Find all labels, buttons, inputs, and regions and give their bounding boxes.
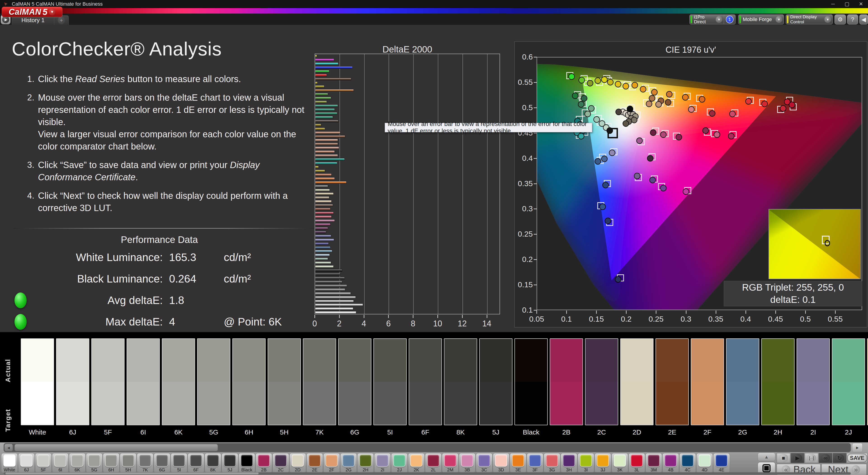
read-series-mode-button[interactable]: [··] <box>805 453 818 463</box>
deltae-error-bar[interactable] <box>315 223 331 226</box>
close-button[interactable]: ✕ <box>854 0 868 8</box>
scrollbar-thumb[interactable] <box>14 444 218 451</box>
deltae-error-bar[interactable] <box>315 78 351 80</box>
deltae-error-bar[interactable] <box>315 285 347 287</box>
swatch-button-4c[interactable]: 4C <box>679 453 696 473</box>
swatch-button-6i[interactable]: 6I <box>52 453 69 473</box>
deltae-error-bar[interactable] <box>315 227 328 230</box>
swatch-button-6j[interactable]: 6J <box>18 453 35 473</box>
deltae-error-bar[interactable] <box>315 139 338 141</box>
deltae-error-bar[interactable] <box>315 300 354 302</box>
swatch-button-3h[interactable]: 3H <box>561 453 577 473</box>
deltae-error-bar[interactable] <box>315 219 335 222</box>
deltae-error-bar[interactable] <box>315 239 334 241</box>
deltae-error-bar[interactable] <box>315 185 328 187</box>
deltae-error-bar[interactable] <box>315 258 328 260</box>
deltae-error-bar[interactable] <box>315 59 334 61</box>
deltae-error-bar[interactable] <box>315 55 317 57</box>
deltae-error-bar[interactable] <box>315 269 342 272</box>
deltae-error-bar[interactable] <box>315 303 363 306</box>
deltae-error-bar[interactable] <box>315 273 340 275</box>
swatch-button-2k[interactable]: 2K <box>408 453 425 473</box>
comparator-column[interactable]: 8K <box>444 338 477 436</box>
swatch-button-6h[interactable]: 6H <box>103 453 120 473</box>
swatch-button-2m[interactable]: 2M <box>442 453 459 473</box>
deltae-error-bar[interactable] <box>315 85 324 88</box>
deltae-error-bar[interactable] <box>315 166 319 168</box>
deltae-error-bar[interactable] <box>315 97 331 99</box>
swatch-button-2h[interactable]: 2H <box>357 453 374 473</box>
swatch-button-3i[interactable]: 3I <box>578 453 594 473</box>
deltae-error-bar[interactable] <box>315 162 337 165</box>
swatch-button-3k[interactable]: 3K <box>612 453 628 473</box>
collapse-panel-button[interactable]: ◀ <box>860 14 868 24</box>
swatch-button-5g[interactable]: 5G <box>86 453 103 473</box>
swatch-button-2j[interactable]: 2J <box>391 453 408 473</box>
play-button[interactable]: ▶ <box>791 453 804 463</box>
comparator-column[interactable]: 5J <box>479 338 513 436</box>
deltae-error-bar[interactable] <box>315 250 332 253</box>
comparator-column[interactable]: 6I <box>127 338 160 436</box>
comparator-scrollbar[interactable] <box>4 472 851 475</box>
help-button[interactable]: ? <box>847 14 858 24</box>
comparator-column[interactable]: 2G <box>726 338 759 436</box>
deltae-error-bar[interactable] <box>315 124 321 126</box>
deltae-error-bar[interactable] <box>315 116 333 119</box>
deltae-error-bar[interactable] <box>315 265 334 268</box>
comparator-column[interactable]: 6H <box>232 338 266 436</box>
deltae-error-bar[interactable] <box>315 204 333 207</box>
comparator-column[interactable]: 2F <box>691 338 724 436</box>
comparator-column[interactable]: 6G <box>338 338 371 436</box>
swatch-button-5f[interactable]: 5F <box>35 453 52 473</box>
swatch-button-2b[interactable]: 2B <box>255 453 272 473</box>
deltae-error-bar[interactable] <box>315 231 326 233</box>
comparator-column[interactable]: 6J <box>56 338 89 436</box>
deltae-error-bar[interactable] <box>315 200 332 203</box>
swatch-button-3f[interactable]: 3F <box>527 453 544 473</box>
save-button[interactable]: SAVE <box>847 453 868 463</box>
minimize-button[interactable]: ─ <box>826 0 840 8</box>
swatch-button-3j[interactable]: 3J <box>594 453 611 473</box>
deltae-error-bar[interactable] <box>315 154 338 157</box>
deltae-error-bar[interactable] <box>315 112 337 115</box>
deltae-error-bar[interactable] <box>315 215 332 218</box>
swatch-button-3b[interactable]: 3B <box>459 453 475 473</box>
comparator-column[interactable]: 2H <box>761 338 795 436</box>
deltae-error-bar[interactable] <box>315 74 327 77</box>
comparator-column[interactable]: Black <box>515 338 548 436</box>
swatch-button-2e[interactable]: 2E <box>306 453 323 473</box>
swatch-button-3g[interactable]: 3G <box>544 453 560 473</box>
deltae-error-bar[interactable] <box>315 120 338 122</box>
deltae-error-bar[interactable] <box>315 147 339 149</box>
deltae-error-bar[interactable] <box>315 70 329 72</box>
deltae-error-bar[interactable] <box>315 174 332 176</box>
deltae-error-bar[interactable] <box>315 262 331 264</box>
deltae-error-bar[interactable] <box>315 277 345 279</box>
maximize-button[interactable]: ▢ <box>840 0 854 8</box>
swatch-button-3e[interactable]: 3E <box>510 453 526 473</box>
deltae-error-bar[interactable] <box>315 235 331 237</box>
deltae-error-bar[interactable] <box>315 254 330 256</box>
swatch-scrollbar[interactable]: ◂ <box>4 443 851 452</box>
comparator-column[interactable]: 7K <box>303 338 336 436</box>
swatch-button-2f[interactable]: 2F <box>323 453 340 473</box>
display-control-dropdown[interactable]: Direct Display Control ▼ <box>786 14 833 24</box>
scrollbar-thumb[interactable] <box>5 473 258 474</box>
swatch-button-6g[interactable]: 6G <box>154 453 170 473</box>
swatch-button-2i[interactable]: 2I <box>374 453 391 473</box>
meter-dropdown[interactable]: X-Rite i1ProDirect View ▼ 1 <box>689 14 736 24</box>
comparator-column[interactable]: White <box>21 338 54 436</box>
swatch-button-6f[interactable]: 6F <box>188 453 204 473</box>
deltae-error-bar[interactable] <box>315 212 334 214</box>
deltae-error-bar[interactable] <box>315 93 328 95</box>
swatch-button-2d[interactable]: 2D <box>289 453 306 473</box>
deltae-error-bar[interactable] <box>315 170 325 172</box>
settings-button[interactable]: ⚙ <box>835 14 846 24</box>
swatch-button-3l[interactable]: 3L <box>628 453 645 473</box>
swatch-button-2c[interactable]: 2C <box>272 453 289 473</box>
deltae-error-bar[interactable] <box>315 307 353 310</box>
deltae-error-bar[interactable] <box>315 288 345 291</box>
deltae-chart[interactable] <box>315 54 500 315</box>
comparator-column[interactable]: 6F <box>409 338 442 436</box>
deltae-error-bar[interactable] <box>315 127 325 130</box>
